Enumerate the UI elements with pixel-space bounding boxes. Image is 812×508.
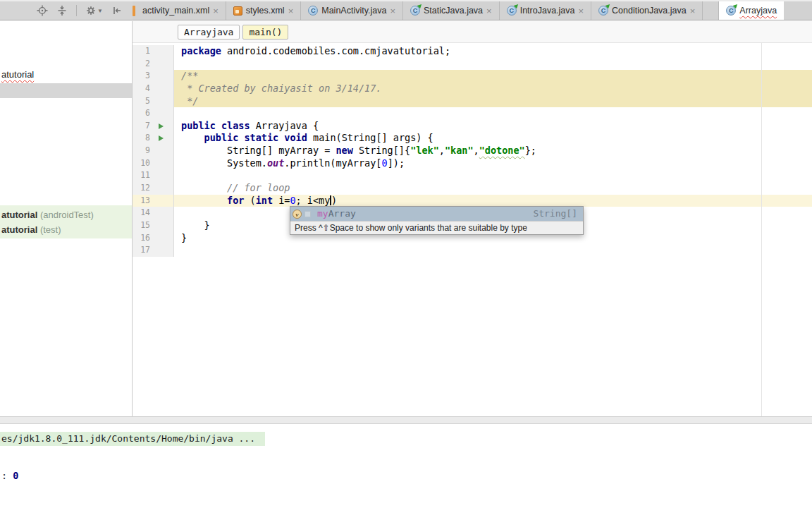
autocomplete-item-type: String[] <box>533 207 577 220</box>
breadcrumb-class-chip[interactable]: Arrayjava <box>178 25 240 40</box>
code-text[interactable]: */ <box>174 95 812 108</box>
autocomplete-popup: v myArray String[] Press ^⇧Space to show… <box>290 206 584 235</box>
console-command-line: es/jdk1.8.0_111.jdk/Contents/Home/bin/ja… <box>0 432 265 446</box>
right-margin-guide <box>761 43 762 416</box>
code-text[interactable] <box>174 107 812 120</box>
code-text[interactable]: package android.codemobiles.com.cmjavatu… <box>174 45 812 58</box>
code-line-9: 9 String[] myArray = new String[]{"lek",… <box>133 145 812 157</box>
line-number: 5 <box>133 95 174 108</box>
code-line-8: 8 public static void main(String[] args)… <box>133 132 812 145</box>
runnable-class-icon: C <box>598 6 608 16</box>
code-line-7: 7public class Arrayjava { <box>133 120 812 133</box>
tab-mainactivity-java[interactable]: CMainActivity.java× <box>301 1 403 20</box>
toolbar-separator <box>76 5 77 16</box>
line-number: 16 <box>133 232 174 245</box>
line-number: 3 <box>133 70 174 83</box>
locate-target-icon[interactable] <box>37 5 48 16</box>
code-text[interactable]: String[] myArray = new String[]{"lek","k… <box>174 145 812 157</box>
tab-arrayjava[interactable]: CArrayjava <box>718 1 784 20</box>
code-text[interactable]: for (int i=0; i<my) <box>174 195 812 207</box>
code-text[interactable] <box>174 244 812 257</box>
hide-panel-icon[interactable] <box>111 5 123 16</box>
tab-close-icon[interactable]: × <box>690 6 696 16</box>
code-line-6: 6 <box>133 107 812 120</box>
line-number: 2 <box>133 58 174 71</box>
tab-label: styles.xml <box>246 6 285 16</box>
run-gutter-icon[interactable] <box>159 135 164 141</box>
code-line-1: 1package android.codemobiles.com.cmjavat… <box>133 45 812 58</box>
tab-conditionjava-java[interactable]: CConditionJava.java× <box>591 1 703 20</box>
project-tree-item-androidtest[interactable]: atutorial (androidTest) <box>0 207 132 222</box>
tab-introjava-java[interactable]: CIntroJava.java× <box>500 1 591 20</box>
breadcrumb-method-chip[interactable]: main() <box>242 25 288 40</box>
line-number: 11 <box>133 169 174 182</box>
tab-staticjava-java[interactable]: CStaticJava.java× <box>403 1 500 20</box>
tab-activity-main-xml[interactable]: activity_main.xml× <box>135 1 226 20</box>
project-tree-selected-row[interactable] <box>0 83 132 98</box>
code-line-12: 12 // for loop <box>133 182 812 195</box>
code-line-10: 10 System.out.println(myArray[0]); <box>133 157 812 170</box>
run-gutter-icon[interactable] <box>159 123 164 129</box>
tab-close-icon[interactable]: × <box>486 6 492 16</box>
line-number: 15 <box>133 219 174 232</box>
tab-close-icon[interactable]: × <box>288 6 294 16</box>
tab-label: Arrayjava <box>739 6 777 16</box>
code-line-17: 17 <box>133 244 812 257</box>
line-number: 1 <box>133 45 174 58</box>
collapse-all-icon[interactable] <box>56 5 68 16</box>
code-text[interactable]: /** <box>174 70 812 83</box>
project-tree-panel[interactable]: atutorial atutorial (androidTest) atutor… <box>0 21 133 416</box>
tab-close-icon[interactable]: × <box>213 6 219 16</box>
code-line-4: 4 * Created by chaiyasit on 3/14/17. <box>133 83 812 95</box>
line-number: 4 <box>133 83 174 95</box>
tab-close-icon[interactable]: × <box>579 6 584 16</box>
run-overlay-icon <box>733 3 739 8</box>
xml-file-icon <box>233 6 242 16</box>
variable-icon: v <box>293 210 302 219</box>
tab-label: ConditionJava.java <box>612 6 687 16</box>
tab-close-icon[interactable]: × <box>390 6 395 16</box>
line-number: 7 <box>133 120 174 133</box>
run-overlay-icon <box>513 3 519 8</box>
code-text[interactable]: // for loop <box>174 182 812 195</box>
run-overlay-icon <box>605 3 611 8</box>
editor-tab-bar: activity_main.xml×styles.xml×CMainActivi… <box>133 1 812 20</box>
run-console[interactable]: es/jdk1.8.0_111.jdk/Contents/Home/bin/ja… <box>0 424 812 508</box>
line-number: 12 <box>133 182 174 195</box>
line-number: 6 <box>133 107 174 120</box>
line-number: 9 <box>133 145 174 157</box>
project-tree-item-test[interactable]: atutorial (test) <box>0 222 132 237</box>
line-number: 8 <box>133 132 174 145</box>
code-text[interactable]: public class Arrayjava { <box>174 120 812 133</box>
code-text[interactable]: public static void main(String[] args) { <box>174 132 812 145</box>
code-text[interactable]: * Created by chaiyasit on 3/14/17. <box>174 83 812 95</box>
project-tree-item-root[interactable]: atutorial <box>1 69 34 80</box>
class-icon: C <box>308 6 318 16</box>
tab-label: IntroJava.java <box>520 6 575 16</box>
exit-code-value: 0 <box>13 470 18 481</box>
tab-label: activity_main.xml <box>142 6 209 16</box>
panel-splitter[interactable] <box>0 416 812 424</box>
visibility-icon <box>304 211 311 217</box>
runnable-class-icon: C <box>507 6 517 16</box>
code-text[interactable] <box>174 169 812 182</box>
code-line-3: 3/** <box>133 70 812 83</box>
runnable-class-icon: C <box>726 6 736 16</box>
line-number: 13 <box>133 195 174 207</box>
autocomplete-item-myarray[interactable]: v myArray String[] <box>290 207 583 221</box>
code-line-13: 13 for (int i=0; i<my) <box>133 195 812 207</box>
line-number: 17 <box>133 244 174 257</box>
project-panel-toolbar: ▼ <box>0 1 133 20</box>
breadcrumb-bar: Arrayjava main() <box>133 21 812 43</box>
autocomplete-hint: Press ^⇧Space to show only variants that… <box>290 221 583 234</box>
gear-dropdown-caret: ▼ <box>97 8 103 14</box>
ide-window: ▼ activity_main.xml×styles.xml×CMainActi… <box>0 0 812 508</box>
code-text[interactable] <box>174 58 812 71</box>
settings-gear-icon[interactable]: ▼ <box>85 5 103 16</box>
code-line-2: 2 <box>133 58 812 71</box>
code-line-11: 11 <box>133 169 812 182</box>
tab-label: StaticJava.java <box>424 6 483 16</box>
tab-styles-xml[interactable]: styles.xml× <box>226 1 301 20</box>
code-text[interactable]: System.out.println(myArray[0]); <box>174 157 812 170</box>
run-overlay-icon <box>417 3 423 8</box>
